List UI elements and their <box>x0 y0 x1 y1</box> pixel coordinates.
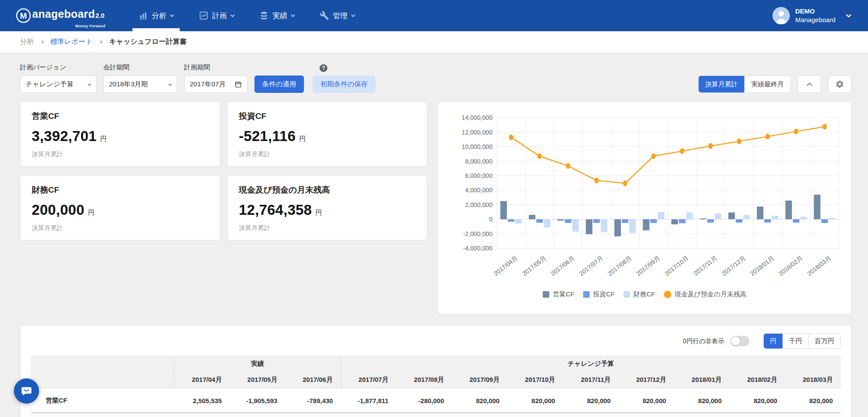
table-cell: -280,000 <box>396 388 452 413</box>
plan-version-select[interactable]: チャレンジ予算 <box>20 76 96 93</box>
calendar-icon <box>234 81 242 88</box>
kpi-card-operating-cf: 営業CF 3,392,701円 決算月累計 <box>20 102 220 167</box>
month-column-header: 2017/12月 <box>618 372 674 388</box>
month-column-header: 2017/05月 <box>230 372 285 388</box>
collapse-button[interactable] <box>798 76 821 93</box>
nav-label: 計画 <box>212 11 227 21</box>
zero-rows-toggle[interactable] <box>730 336 749 346</box>
month-column-header: 2017/08月 <box>396 372 452 388</box>
svg-text:2017/07月: 2017/07月 <box>578 254 604 277</box>
zero-rows-toggle-label: 0円行の非表示 <box>683 337 724 345</box>
svg-text:2,000,000: 2,000,000 <box>465 201 492 208</box>
nav-label: 実績 <box>273 11 287 21</box>
svg-text:2017/09月: 2017/09月 <box>635 254 661 277</box>
svg-text:14,000,000: 14,000,000 <box>462 114 492 121</box>
nav-item-analysis[interactable]: 分析 <box>131 0 182 31</box>
breadcrumb-standard-report-link[interactable]: 標準レポート <box>50 37 92 46</box>
plan-period-field: 計画期間 2017年07月 <box>184 63 248 93</box>
kpi-card-investing-cf: 投資CF -521,116円 決算月累計 <box>227 102 427 167</box>
brand-word: anageboard <box>32 8 95 20</box>
svg-text:2018/01月: 2018/01月 <box>749 254 776 277</box>
svg-text:2017/12月: 2017/12月 <box>720 254 747 277</box>
kpi-caption: 決算月累計 <box>32 224 208 232</box>
legend-item: 営業CF <box>543 290 574 299</box>
svg-text:8,000,000: 8,000,000 <box>465 158 492 165</box>
unit-option-円[interactable]: 円 <box>764 334 782 348</box>
view-mode-latest-actual[interactable]: 実績最終月 <box>744 76 790 92</box>
table-cell: 820,000 <box>785 388 841 413</box>
kpi-value: -521,116円 <box>239 128 416 144</box>
table-cell: 820,000 <box>452 388 508 413</box>
plan-version-field: 計画バージョン チャレンジ予算 <box>20 63 96 93</box>
wrench-icon <box>320 11 329 20</box>
cashflow-table: 実績チャレンジ予算2017/04月2017/05月2017/06月2017/07… <box>31 356 841 417</box>
brand-logo[interactable]: M anageboard2.0 Money Forward <box>16 8 105 23</box>
svg-text:6,000,000: 6,000,000 <box>465 172 492 179</box>
settings-button[interactable] <box>828 76 851 93</box>
svg-text:0: 0 <box>489 216 492 223</box>
cashflow-table-panel: 0円行の非表示 円千円百万円 実績チャレンジ予算2017/04月2017/05月… <box>20 325 851 417</box>
table-controls: 0円行の非表示 円千円百万円 <box>31 331 841 351</box>
plan-version-label: 計画バージョン <box>20 63 96 72</box>
table-cell: 820,000 <box>507 388 563 413</box>
nav-item-plan[interactable]: 計画 <box>191 0 242 31</box>
bar-chart-icon <box>139 11 148 20</box>
chevron-down-icon <box>168 82 172 86</box>
toggle-knob <box>731 337 740 345</box>
chevron-down-icon <box>290 13 295 17</box>
page-title: キャッシュフロー計算書 <box>109 37 187 46</box>
unit-option-千円[interactable]: 千円 <box>782 334 808 348</box>
legend-item: 財務CF <box>624 290 655 299</box>
save-initial-conditions-button[interactable]: 初期条件の保存 <box>313 76 376 93</box>
svg-text:2018/03月: 2018/03月 <box>806 254 832 277</box>
plan-period-input[interactable]: 2017年07月 <box>184 76 248 93</box>
table-cell: 820,000 <box>563 388 618 413</box>
table-cell: -1,905,593 <box>230 388 285 413</box>
cashflow-combo-chart: 14,000,00012,000,00010,000,0008,000,0006… <box>445 109 844 289</box>
chevron-up-icon <box>807 82 812 88</box>
table-corner-cell <box>31 356 174 372</box>
brand-subbrand: Money Forward <box>75 24 105 28</box>
view-mode-fiscal-cumulative[interactable]: 決算月累計 <box>699 76 744 92</box>
kpi-title: 財務CF <box>32 184 208 196</box>
unit-option-百万円[interactable]: 百万円 <box>808 334 840 348</box>
chat-button[interactable] <box>14 378 39 404</box>
legend-item: 現金及び預金の月末残高 <box>664 290 747 299</box>
nav-label: 管理 <box>333 11 348 21</box>
cashflow-chart-panel: 14,000,00012,000,00010,000,0008,000,0006… <box>438 102 851 315</box>
fiscal-period-value: 2018年3月期 <box>109 80 148 89</box>
month-column-header: 2018/03月 <box>785 372 841 388</box>
kpi-card-month-end-cash-balance: 現金及び預金の月末残高 12,764,358円 決算月累計 <box>227 175 427 240</box>
help-icon[interactable]: ? <box>320 64 327 72</box>
main-nav: 分析 計画 実績 管理 <box>131 0 372 31</box>
apply-conditions-button[interactable]: 条件の適用 <box>254 76 304 93</box>
table-cell: 820,000 <box>618 388 674 413</box>
breadcrumb-analysis: 分析 <box>20 37 34 46</box>
legend-swatch <box>664 291 671 298</box>
kpi-card-financing-cf: 財務CF 200,000円 決算月累計 <box>20 175 220 240</box>
fiscal-period-field: 会計期間 2018年3月期 <box>103 63 177 93</box>
user-name: DEMO <box>795 7 835 16</box>
svg-text:2017/11月: 2017/11月 <box>692 254 718 277</box>
kpi-cards: 営業CF 3,392,701円 決算月累計 投資CF -521,116円 決算月… <box>20 102 427 240</box>
month-column-header: 2017/10月 <box>507 372 563 388</box>
svg-text:2017/10月: 2017/10月 <box>663 254 690 277</box>
month-column-header: 2018/02月 <box>729 372 785 388</box>
kpi-title: 営業CF <box>32 111 208 122</box>
month-column-header: 2017/09月 <box>452 372 508 388</box>
chat-icon <box>20 385 33 397</box>
plan-period-label: 計画期間 <box>184 63 248 72</box>
row-label[interactable]: 営業CF <box>31 388 174 413</box>
nav-item-admin[interactable]: 管理 <box>312 0 363 31</box>
fiscal-period-select[interactable]: 2018年3月期 <box>103 76 177 93</box>
chevron-down-icon <box>170 13 174 17</box>
month-column-header: 2018/01月 <box>674 372 729 388</box>
nav-item-actuals[interactable]: 実績 <box>251 0 302 31</box>
plan-period-value: 2017年07月 <box>190 80 226 89</box>
view-controls: 決算月累計 実績最終月 <box>698 76 851 93</box>
table-corner-cell <box>31 372 174 388</box>
database-icon <box>259 11 269 20</box>
kpi-caption: 決算月累計 <box>239 150 416 158</box>
svg-text:12,000,000: 12,000,000 <box>462 129 492 136</box>
user-menu[interactable]: DEMO Manageboard <box>772 7 851 25</box>
